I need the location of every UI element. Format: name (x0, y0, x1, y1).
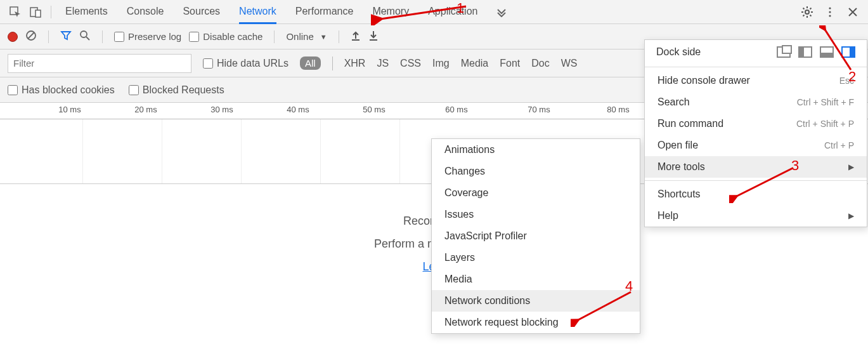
submenu-changes[interactable]: Changes (432, 161, 640, 182)
dock-side-row: Dock side (645, 40, 867, 64)
tab-elements[interactable]: Elements (65, 1, 108, 23)
preserve-log-label: Preserve log (128, 31, 181, 42)
blocked-requests-checkbox[interactable]: Blocked Requests (129, 84, 224, 96)
throttling-value: Online (286, 31, 313, 42)
disable-cache-checkbox[interactable]: Disable cache (189, 31, 262, 42)
close-devtools-icon[interactable] (844, 3, 862, 21)
submenu-arrow-icon: ▶ (848, 211, 854, 220)
type-css[interactable]: CSS (400, 58, 421, 69)
devtools-top-bar: Elements Console Sources Network Perform… (0, 0, 868, 24)
tab-sources[interactable]: Sources (183, 1, 220, 23)
caret-down-icon: ▼ (320, 33, 327, 41)
type-media[interactable]: Media (461, 58, 489, 69)
has-blocked-cookies-checkbox[interactable]: Has blocked cookies (8, 84, 115, 96)
type-all-chip[interactable]: All (300, 56, 321, 70)
hide-data-urls-label: Hide data URLs (217, 58, 288, 69)
dock-popout-icon[interactable] (777, 46, 791, 58)
annotation-2: 2 (848, 69, 856, 85)
panel-tabs: Elements Console Sources Network Perform… (65, 1, 477, 23)
menu-run-command[interactable]: Run command Ctrl + Shift + P (645, 113, 867, 135)
download-har-icon[interactable] (368, 30, 379, 43)
tick: 50 ms (363, 105, 385, 114)
filter-icon[interactable] (60, 30, 72, 43)
tab-memory[interactable]: Memory (372, 1, 409, 23)
svg-point-5 (829, 11, 831, 13)
blocked-requests-input[interactable] (129, 85, 139, 95)
submenu-layers[interactable]: Layers (432, 247, 640, 268)
tick: 30 ms (211, 105, 233, 114)
tab-network[interactable]: Network (239, 1, 276, 24)
tick: 20 ms (134, 105, 157, 114)
separator (48, 30, 49, 43)
submenu-issues[interactable]: Issues (432, 204, 640, 225)
submenu-js-profiler[interactable]: JavaScript Profiler (432, 225, 640, 247)
hide-data-urls-checkbox[interactable]: Hide data URLs (203, 58, 288, 69)
disable-cache-input[interactable] (189, 32, 199, 42)
overflow-tabs-icon[interactable] (493, 3, 510, 21)
submenu-network-request-blocking[interactable]: Network request blocking (432, 312, 640, 333)
dock-right-icon[interactable] (841, 46, 855, 58)
menu-help[interactable]: Help ▶ (645, 205, 867, 227)
tab-application[interactable]: Application (428, 1, 477, 23)
inspect-icon[interactable] (6, 3, 24, 21)
separator (274, 30, 275, 43)
filter-input[interactable] (8, 54, 191, 73)
menu-more-tools[interactable]: More tools ▶ (645, 156, 867, 178)
has-blocked-cookies-label: Has blocked cookies (22, 84, 115, 96)
svg-rect-2 (36, 10, 41, 17)
type-img[interactable]: Img (432, 58, 450, 69)
has-blocked-cookies-input[interactable] (8, 85, 18, 95)
tab-performance[interactable]: Performance (295, 1, 354, 23)
tick: 60 ms (445, 105, 467, 114)
preserve-log-input[interactable] (114, 32, 124, 42)
search-icon[interactable] (79, 30, 91, 43)
main-menu: Dock side Hide console drawer Esc Search… (644, 39, 867, 227)
type-font[interactable]: Font (500, 58, 520, 69)
annotation-3: 3 (791, 157, 799, 174)
settings-icon[interactable] (798, 3, 816, 21)
submenu-animations[interactable]: Animations (432, 139, 640, 161)
tick: 10 ms (58, 105, 81, 114)
submenu-network-conditions[interactable]: Network conditions (432, 290, 640, 312)
type-doc[interactable]: Doc (531, 58, 549, 69)
type-xhr[interactable]: XHR (344, 58, 366, 69)
preserve-log-checkbox[interactable]: Preserve log (114, 31, 181, 42)
type-ws[interactable]: WS (561, 58, 578, 69)
disable-cache-label: Disable cache (203, 31, 262, 42)
svg-point-3 (805, 10, 809, 14)
svg-line-10 (86, 37, 89, 40)
clear-icon[interactable] (25, 30, 37, 43)
tick: 40 ms (287, 105, 309, 114)
blocked-requests-label: Blocked Requests (143, 84, 224, 96)
upload-har-icon[interactable] (351, 30, 361, 43)
svg-line-8 (28, 32, 34, 39)
separator (51, 6, 51, 18)
more-tools-submenu: Animations Changes Coverage Issues JavaS… (431, 138, 640, 334)
annotation-4: 4 (625, 278, 633, 295)
tab-console[interactable]: Console (127, 1, 164, 23)
tick: 70 ms (528, 105, 550, 114)
kebab-menu-icon[interactable] (821, 3, 839, 21)
type-js[interactable]: JS (377, 58, 389, 69)
device-toggle-icon[interactable] (27, 3, 44, 21)
menu-open-file[interactable]: Open file Ctrl + P (645, 135, 867, 156)
throttling-dropdown[interactable]: Online ▼ (286, 31, 327, 42)
tick: 80 ms (607, 105, 629, 114)
menu-hide-console-drawer[interactable]: Hide console drawer Esc (645, 70, 867, 91)
record-button[interactable] (8, 32, 18, 42)
separator (332, 56, 333, 70)
dock-bottom-icon[interactable] (820, 46, 834, 58)
svg-point-4 (829, 7, 831, 9)
hide-data-urls-input[interactable] (203, 58, 213, 69)
separator (102, 30, 103, 43)
separator (339, 30, 339, 43)
submenu-coverage[interactable]: Coverage (432, 182, 640, 204)
dock-side-label: Dock side (656, 46, 701, 58)
menu-search[interactable]: Search Ctrl + Shift + F (645, 91, 867, 113)
dock-left-icon[interactable] (798, 46, 812, 58)
svg-point-6 (829, 15, 831, 17)
submenu-arrow-icon: ▶ (848, 162, 854, 171)
annotation-1: 1 (457, 0, 464, 17)
menu-shortcuts[interactable]: Shortcuts (645, 183, 867, 205)
submenu-media[interactable]: Media (432, 268, 640, 290)
